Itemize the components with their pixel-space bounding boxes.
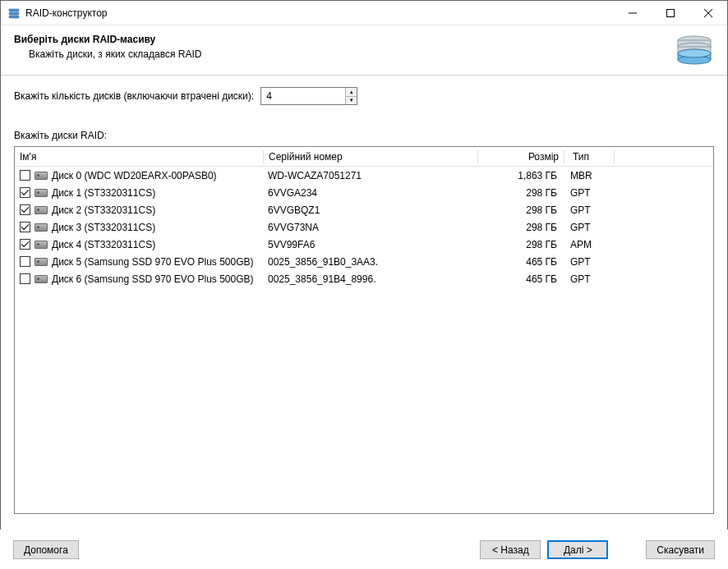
raid-stack-icon [675,34,714,67]
disk-name: Диск 5 (Samsung SSD 970 EVO Plus 500GB) [52,256,254,268]
disk-checkbox[interactable] [20,170,30,181]
disk-size: 298 ГБ [477,187,562,199]
close-button[interactable] [689,1,727,25]
spinner-down-button[interactable]: ▼ [346,97,357,105]
disk-size: 298 ГБ [477,222,562,233]
disk-name: Диск 0 (WDC WD20EARX-00PASB0) [52,170,217,181]
disk-icon [35,189,48,197]
disk-size: 298 ГБ [477,204,562,216]
disk-count-spinner[interactable]: ▲ ▼ [260,87,357,105]
disk-icon [35,241,48,249]
app-icon [7,7,21,20]
disk-icon [35,258,48,266]
table-header: Ім'я Серійний номер Розмір Тип [15,147,713,167]
page-subtitle: Вкажіть диски, з яких складався RAID [29,48,668,60]
disk-name: Диск 3 (ST3320311CS) [52,222,155,233]
svg-rect-1 [9,12,19,15]
help-button[interactable]: Допомога [13,540,79,559]
column-serial[interactable]: Серійний номер [264,151,477,163]
disk-serial: 6VVGA234 [263,187,477,199]
titlebar: RAID-конструктор [1,1,727,25]
wizard-header: Виберіть диски RAID-масиву Вкажіть диски… [1,25,727,76]
disk-checkbox[interactable] [20,239,30,250]
table-row[interactable]: Диск 4 (ST3320311CS)5VV99FA6298 ГБAPM [15,236,713,253]
disk-size: 1,863 ГБ [477,170,562,181]
disk-name: Диск 6 (Samsung SSD 970 EVO Plus 500GB) [52,273,254,285]
disk-type: APM [562,239,611,250]
disk-type: GPT [562,273,611,285]
back-button[interactable]: < Назад [480,540,541,559]
disk-count-input[interactable] [261,88,345,104]
disk-icon [35,206,48,214]
disk-checkbox[interactable] [20,187,30,198]
disk-size: 465 ГБ [477,273,562,285]
table-row[interactable]: Диск 6 (Samsung SSD 970 EVO Plus 500GB)0… [15,270,713,287]
svg-point-14 [678,49,711,57]
minimize-button[interactable] [614,1,652,25]
disk-checkbox[interactable] [20,273,30,284]
table-row[interactable]: Диск 0 (WDC WD20EARX-00PASB0)WD-WCAZA705… [15,167,713,184]
wizard-footer: Допомога < Назад Далі > Скасувати [0,530,728,569]
disk-checkbox[interactable] [20,222,30,232]
column-type[interactable]: Тип [564,151,614,163]
disk-icon [35,275,48,283]
table-row[interactable]: Диск 5 (Samsung SSD 970 EVO Plus 500GB)0… [15,253,713,270]
disk-serial: WD-WCAZA7051271 [263,170,477,181]
disk-serial: 6VVGBQZ1 [263,204,477,216]
disk-size: 298 ГБ [477,239,562,250]
disk-name: Диск 2 (ST3320311CS) [52,204,155,216]
column-name[interactable]: Ім'я [15,151,263,163]
table-row[interactable]: Диск 2 (ST3320311CS)6VVGBQZ1298 ГБGPT [15,201,713,218]
disk-icon [35,223,48,232]
maximize-button[interactable] [652,1,689,25]
svg-rect-0 [9,9,19,11]
disk-serial: 0025_3856_91B4_8996. [263,273,477,285]
cancel-button[interactable]: Скасувати [646,540,715,559]
disk-list-label: Вкажіть диски RAID: [14,130,714,141]
disk-count-label: Вкажіть кількість дисків (включаючи втра… [14,90,254,102]
page-title: Виберіть диски RAID-масиву [14,34,668,45]
disk-size: 465 ГБ [477,256,562,268]
table-row[interactable]: Диск 1 (ST3320311CS)6VVGA234298 ГБGPT [15,184,713,201]
disk-serial: 5VV99FA6 [263,239,477,250]
svg-rect-4 [667,9,675,16]
disk-type: GPT [562,187,611,199]
disk-serial: 0025_3856_91B0_3AA3. [263,256,477,268]
disk-type: GPT [562,204,611,216]
disk-serial: 6VVG73NA [263,222,477,233]
svg-rect-2 [9,16,19,18]
disk-checkbox[interactable] [20,256,30,267]
column-size[interactable]: Розмір [478,151,564,163]
disk-icon [35,172,48,180]
disk-name: Диск 4 (ST3320311CS) [52,239,155,250]
next-button[interactable]: Далі > [547,540,608,559]
disk-checkbox[interactable] [20,204,30,215]
disk-name: Диск 1 (ST3320311CS) [52,187,155,199]
disk-type: MBR [562,170,611,181]
disk-type: GPT [562,222,611,233]
disk-table: Ім'я Серійний номер Розмір Тип Диск 0 (W… [14,146,714,514]
table-row[interactable]: Диск 3 (ST3320311CS)6VVG73NA298 ГБGPT [15,218,713,236]
disk-type: GPT [562,256,611,268]
spinner-up-button[interactable]: ▲ [346,88,357,97]
window-title: RAID-конструктор [25,7,107,19]
